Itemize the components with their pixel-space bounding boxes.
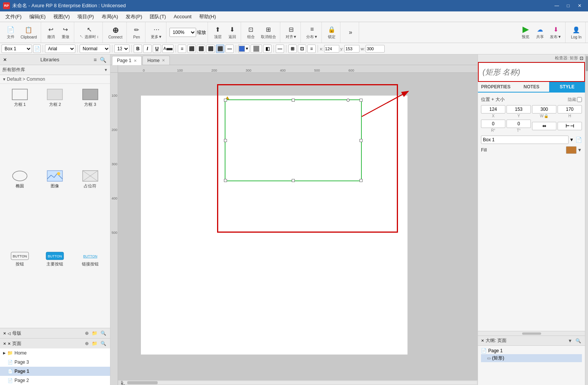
size-select[interactable]: 13 8 10 12 14 16 18: [114, 45, 129, 53]
font-color-button[interactable]: A: [162, 45, 174, 53]
pen-button[interactable]: ✏ Pen: [130, 25, 144, 40]
menu-publish[interactable]: 发布(P): [122, 12, 146, 21]
masters-add-icon[interactable]: ⊕: [84, 330, 89, 336]
inspector-undock-icon[interactable]: ⊡: [580, 56, 583, 61]
h-scroll-arrow-left[interactable]: ◁: [121, 381, 123, 385]
top-layer-button[interactable]: ⬆ 顶层: [211, 24, 225, 40]
canvas-scroll[interactable]: ◁: [118, 73, 478, 385]
inspector-name-area[interactable]: [478, 62, 585, 82]
masters-header[interactable]: ✕ ◁ 母版 ⊕ 📁 🔍: [0, 328, 110, 338]
grid-button[interactable]: ⊞: [288, 45, 297, 53]
select-button[interactable]: ↖ ↖ 选择时 ↕: [77, 24, 101, 40]
page-1[interactable]: 📄 Page 1: [0, 367, 110, 376]
widget-box1[interactable]: 方框 1: [3, 86, 37, 166]
tab-style[interactable]: STYLE: [549, 82, 585, 93]
tab-properties[interactable]: PROPERTIES: [478, 82, 514, 93]
widget-name-select[interactable]: Box 1: [2, 45, 32, 53]
page-3[interactable]: 📄 Page 3: [0, 358, 110, 367]
bold-button[interactable]: B: [134, 45, 142, 53]
handle-top-mid[interactable]: [292, 99, 295, 102]
handle-top-left[interactable]: [224, 99, 227, 102]
widget-style-button[interactable]: 📄: [33, 45, 41, 53]
r-value-input[interactable]: [481, 120, 505, 128]
clipboard-button[interactable]: 📋 Clipboard: [18, 25, 39, 40]
menu-icon[interactable]: ≡: [93, 56, 97, 64]
widget-image[interactable]: 图像: [38, 168, 72, 248]
dropdown-arrow-icon[interactable]: ▼: [104, 68, 108, 72]
shadow-button[interactable]: ◧: [263, 45, 272, 53]
menu-edit[interactable]: 编辑(E): [26, 12, 50, 21]
lock-button[interactable]: 🔒 锁定: [325, 24, 339, 40]
pages-add-icon[interactable]: ⊕: [84, 340, 89, 347]
menu-file[interactable]: 文件(F): [2, 12, 26, 21]
menu-account[interactable]: Account: [170, 13, 195, 21]
widget-name-input[interactable]: [481, 136, 569, 144]
align-right-button[interactable]: ⬛: [206, 45, 215, 53]
zoom-select[interactable]: 100% 75% 50% 150% 200%: [169, 28, 196, 37]
y-input[interactable]: [344, 45, 360, 53]
h-scrollbar[interactable]: ◁: [118, 380, 478, 385]
align-center-button[interactable]: ⬛: [197, 45, 205, 53]
connect-button[interactable]: ⊕ Connect: [106, 25, 125, 40]
list-button[interactable]: ≡: [178, 45, 186, 53]
hide-button[interactable]: 隐藏: [568, 97, 582, 102]
fill-color-swatch[interactable]: [566, 146, 577, 154]
tree-collapse-icon[interactable]: ▾: [3, 77, 5, 82]
menu-view[interactable]: 视图(V): [50, 12, 74, 21]
search-icon[interactable]: 🔍: [99, 56, 107, 64]
h-scroll-thumb[interactable]: [127, 381, 158, 384]
outline-rect[interactable]: ▭ (矩形): [481, 354, 582, 362]
publish-button[interactable]: ⬇ 发布▼: [548, 24, 564, 40]
flip-h-button[interactable]: ⇔: [532, 122, 556, 130]
redo-button[interactable]: ↪ 重做: [59, 24, 72, 40]
underline-button[interactable]: U: [153, 45, 161, 53]
shape-name-input[interactable]: [483, 68, 580, 77]
tab-home[interactable]: Home ✕: [142, 56, 170, 65]
widget-button[interactable]: BUTTON 按钮: [3, 249, 37, 326]
maximize-button[interactable]: □: [563, 2, 574, 10]
tab-page1-close[interactable]: ✕: [134, 59, 137, 63]
align-button[interactable]: ⊟ 对齐▼: [283, 24, 299, 40]
hide-checkbox[interactable]: [577, 97, 582, 102]
distribute-button[interactable]: ≡ 分布▼: [304, 24, 320, 40]
right-scroll-thumb[interactable]: [522, 332, 541, 335]
close-button[interactable]: ✕: [574, 2, 585, 10]
tab-notes[interactable]: NOTES: [514, 82, 550, 93]
menu-project[interactable]: 项目(P): [74, 12, 97, 21]
font-select[interactable]: Arial: [45, 45, 75, 53]
rotation-handle[interactable]: [347, 99, 350, 102]
handle-bot-right[interactable]: [360, 179, 363, 182]
another-btn[interactable]: ⊡: [298, 45, 306, 53]
handle-mid-right[interactable]: [360, 139, 363, 142]
undo-button[interactable]: ↩ 撤消: [44, 24, 58, 40]
widget-box3[interactable]: 方框 3: [74, 86, 107, 166]
share-button[interactable]: ☁ 共享: [533, 24, 547, 40]
menu-help[interactable]: 帮助(H): [195, 12, 220, 21]
flip-v-button[interactable]: ⊢ ⊣: [558, 122, 582, 130]
handle-mid-left[interactable]: [224, 139, 227, 142]
italic-button[interactable]: I: [143, 45, 152, 53]
outline-collapse-icon[interactable]: ✕: [481, 339, 484, 343]
y-value-input[interactable]: [507, 105, 531, 113]
tab-page1[interactable]: Page 1 ✕: [112, 56, 142, 65]
handle-bot-mid[interactable]: [292, 179, 295, 182]
x-value-input[interactable]: [481, 105, 505, 113]
handle-top-right[interactable]: [360, 99, 363, 102]
indent-button[interactable]: —: [225, 45, 234, 53]
border-color-button[interactable]: [251, 45, 262, 53]
pages-arrow[interactable]: ✕: [8, 342, 11, 346]
align-left-button[interactable]: ⬛: [187, 45, 196, 53]
masters-folder-icon[interactable]: 📁: [91, 330, 98, 336]
expand-button[interactable]: »: [344, 27, 357, 37]
widget-name-dropdown[interactable]: ▼: [569, 137, 574, 142]
line-style-button[interactable]: —: [276, 45, 284, 53]
widget-edit-icon[interactable]: 📄: [575, 137, 582, 143]
widget-placeholder[interactable]: 占位符: [74, 168, 107, 248]
login-button[interactable]: 👤 Log In: [569, 25, 584, 40]
outline-search-icon[interactable]: 🔍: [575, 338, 582, 344]
outline-page1[interactable]: 📄 Page 1: [481, 347, 582, 354]
h-value-input[interactable]: [558, 105, 582, 113]
lock-w-icon[interactable]: 🔒: [544, 114, 548, 118]
list2-button[interactable]: ≡: [307, 45, 316, 53]
w-input[interactable]: [366, 45, 385, 53]
